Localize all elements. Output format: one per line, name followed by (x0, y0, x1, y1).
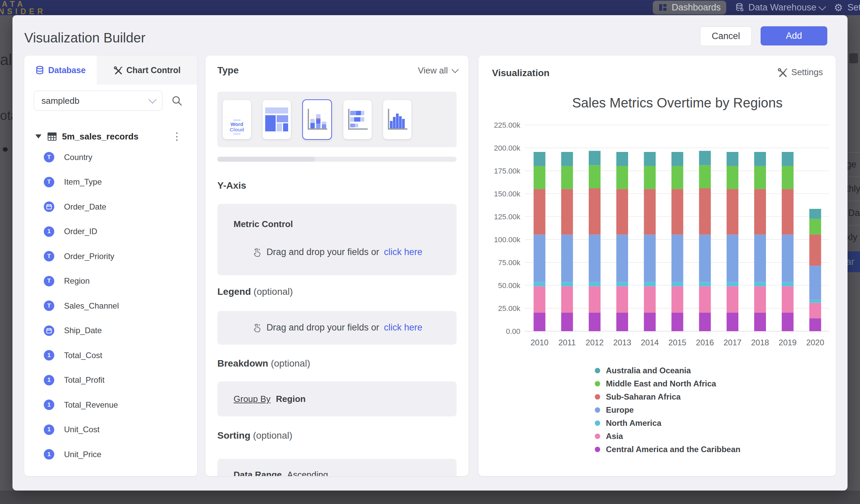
kebab-menu-icon[interactable] (172, 130, 182, 142)
bar-segment[interactable] (699, 235, 711, 282)
bar-segment[interactable] (616, 152, 628, 166)
bar-segment[interactable] (672, 286, 684, 313)
sorting-dropzone[interactable]: Data Range Ascending (217, 459, 457, 476)
bar-segment[interactable] (699, 313, 711, 331)
legend-item[interactable]: Sub-Saharan Africa (595, 390, 740, 403)
add-button[interactable]: Add (761, 26, 827, 45)
bar-segment[interactable] (589, 282, 601, 286)
chart-type-stacked-column[interactable] (302, 99, 332, 140)
legend-item[interactable]: Australia and Oceania (595, 364, 740, 377)
field-item[interactable]: Order_Date (24, 195, 197, 219)
bar-segment[interactable] (561, 166, 573, 189)
tab-chart-control[interactable]: Chart Control (97, 56, 197, 85)
click-here-link[interactable]: click here (384, 247, 422, 257)
bar-segment[interactable] (589, 151, 601, 165)
bar-segment[interactable] (589, 286, 601, 313)
chart-type-word-cloud[interactable]: Word Cloud (223, 100, 251, 139)
bar-segment[interactable] (589, 165, 601, 188)
bar-segment[interactable] (644, 282, 656, 286)
field-item[interactable]: 1Total_Profit (24, 368, 197, 393)
bar-segment[interactable] (727, 286, 739, 313)
bar-segment[interactable] (561, 152, 573, 166)
chart-type-column[interactable] (383, 100, 412, 139)
bar-segment[interactable] (754, 313, 766, 331)
bar-segment[interactable] (754, 152, 766, 166)
tab-database[interactable]: Database (24, 56, 97, 85)
database-select[interactable]: sampledb (34, 91, 162, 111)
field-item[interactable]: TItem_Type (24, 170, 197, 195)
bar-segment[interactable] (699, 165, 711, 188)
bar-segment[interactable] (561, 286, 573, 313)
bar-segment[interactable] (809, 303, 821, 318)
field-item[interactable]: TCountry (24, 145, 197, 170)
bar-segment[interactable] (727, 166, 739, 189)
field-item[interactable]: TOrder_Priority (24, 244, 197, 269)
legend-item[interactable]: Middle East and North Africa (595, 377, 740, 390)
group-by-label[interactable]: Group By (233, 394, 271, 404)
legend-dropzone[interactable]: Drag and drop your fields or click here (217, 311, 457, 345)
nav-item-data-warehouse[interactable]: Data Warehouse (735, 2, 825, 13)
bar-segment[interactable] (616, 286, 628, 313)
breakdown-dropzone[interactable]: Group By Region (217, 381, 457, 416)
bar-segment[interactable] (672, 282, 684, 286)
bar-segment[interactable] (727, 282, 739, 286)
bar-segment[interactable] (809, 300, 821, 303)
type-scrollbar-thumb[interactable] (217, 157, 315, 162)
bar-segment[interactable] (533, 189, 545, 234)
bar-segment[interactable] (533, 286, 545, 313)
bar-segment[interactable] (699, 151, 711, 165)
search-icon[interactable] (171, 95, 183, 106)
field-item[interactable]: Ship_Date (24, 318, 197, 343)
bar-segment[interactable] (809, 209, 821, 219)
bar-segment[interactable] (589, 313, 601, 331)
bar-segment[interactable] (589, 235, 601, 282)
view-all-button[interactable]: View all (418, 66, 458, 76)
bar-segment[interactable] (754, 189, 766, 234)
field-item[interactable]: 1Total_Cost (24, 343, 197, 368)
bar-segment[interactable] (616, 282, 628, 286)
bar-segment[interactable] (672, 189, 684, 234)
legend-item[interactable]: Asia (595, 430, 740, 443)
sorting-field[interactable]: Data Range (233, 470, 282, 476)
bar-segment[interactable] (644, 166, 656, 189)
legend-item[interactable]: Europe (595, 403, 740, 416)
bar-segment[interactable] (644, 313, 656, 331)
chart-type-treemap[interactable] (262, 100, 291, 139)
bar-segment[interactable] (754, 235, 766, 282)
bar-segment[interactable] (809, 266, 821, 300)
field-item[interactable]: 1Total_Revenue (24, 392, 197, 417)
bar-segment[interactable] (699, 282, 711, 286)
nav-item-dashboards[interactable]: Dashboards (653, 1, 726, 14)
bar-segment[interactable] (644, 235, 656, 282)
bar-segment[interactable] (672, 313, 684, 331)
bar-segment[interactable] (589, 188, 601, 235)
group-by-value[interactable]: Region (276, 394, 306, 404)
field-item[interactable]: TRegion (24, 269, 197, 294)
bar-segment[interactable] (809, 318, 821, 331)
field-item[interactable]: 1Order_ID (24, 219, 197, 244)
bar-segment[interactable] (754, 286, 766, 313)
bar-segment[interactable] (672, 166, 684, 189)
bar-segment[interactable] (672, 235, 684, 282)
bar-segment[interactable] (533, 166, 545, 189)
settings-button[interactable]: Settings (777, 67, 823, 77)
bar-segment[interactable] (644, 189, 656, 234)
bar-segment[interactable] (727, 235, 739, 282)
collapse-arrow-icon[interactable] (35, 134, 41, 139)
bar-segment[interactable] (561, 313, 573, 331)
legend-item[interactable]: Central America and the Caribbean (595, 443, 740, 456)
nav-item-settings[interactable]: Settings (834, 2, 860, 13)
chart-type-stacked-bar[interactable] (343, 100, 372, 139)
bar-segment[interactable] (782, 235, 793, 282)
bar-segment[interactable] (754, 166, 766, 189)
bar-segment[interactable] (727, 152, 739, 166)
bar-segment[interactable] (561, 282, 573, 286)
bar-segment[interactable] (533, 282, 545, 286)
bar-segment[interactable] (727, 189, 739, 234)
type-scrollbar[interactable] (217, 157, 457, 162)
bar-segment[interactable] (754, 282, 766, 286)
bar-segment[interactable] (616, 189, 628, 234)
table-row[interactable]: 5m_sales_records (24, 127, 197, 146)
bar-segment[interactable] (727, 313, 739, 331)
bar-segment[interactable] (782, 166, 793, 189)
